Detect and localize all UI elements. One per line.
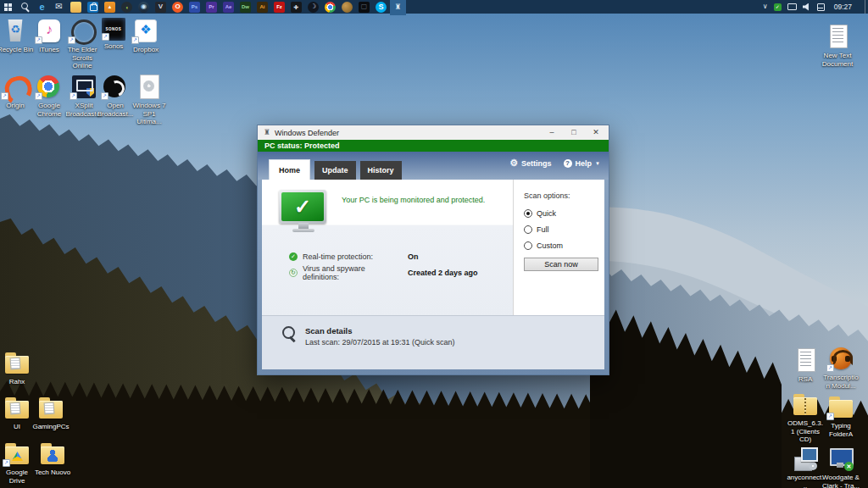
start-button[interactable]	[3, 2, 14, 13]
desktop-icon-label: Transcription Modul...	[822, 374, 860, 390]
obs-icon[interactable]: ✚	[291, 2, 302, 13]
steam-icon[interactable]: ◉	[138, 2, 149, 13]
desktop-icon-label: UI	[0, 423, 36, 431]
desktop-icon-transcription-modul[interactable]: ↗Transcription Modul...	[822, 346, 860, 390]
sonos-icon: SONOS↗	[102, 18, 125, 41]
google-chrome-icon: ↗	[35, 74, 64, 100]
premiere-icon[interactable]: Pr	[206, 2, 217, 13]
tab-home[interactable]: Home	[269, 159, 310, 180]
monitor-app-icon[interactable]: ▢	[359, 2, 370, 13]
scan-option-custom[interactable]: Custom	[524, 241, 596, 250]
radio-icon	[524, 225, 532, 234]
scan-options-title: Scan options:	[524, 191, 596, 200]
shortcut-arrow-icon: ↗	[102, 33, 109, 41]
defender-tray-icon[interactable]: ✓	[774, 3, 782, 11]
window-titlebar: ♜ Windows Defender – □ ✕	[258, 125, 609, 140]
maximize-button[interactable]: □	[563, 126, 585, 139]
desktop-icon-label: Tech Nuovo	[34, 469, 71, 477]
v-app-icon[interactable]: V	[155, 2, 166, 13]
dreamweaver-icon[interactable]: Dw	[240, 2, 251, 13]
desktop-icon-ui[interactable]: UI	[0, 395, 36, 431]
scan-option-quick[interactable]: Quick	[524, 209, 596, 218]
desktop-icon-open-broadcast[interactable]: ↗Open Broadcast...	[97, 74, 134, 118]
rsa-icon	[791, 347, 820, 374]
desktop-icon-tech-nuovo[interactable]: Tech Nuovo	[34, 441, 71, 477]
geforce-swirl-icon[interactable]: ◖	[121, 2, 132, 13]
desktop-icon-itunes[interactable]: ↗iTunes	[31, 18, 68, 54]
desktop-icon-label: Dropbox	[127, 46, 164, 54]
filezilla-icon[interactable]: Fz	[274, 2, 285, 13]
desktop-screen: e✉▲◖◉VOPsPrAeDwAiFz✚☽▢S♜ ∨ ✓ 09:27 Recyc…	[0, 0, 868, 488]
globe-app-icon[interactable]	[342, 2, 353, 13]
volume-tray-icon[interactable]	[803, 3, 811, 11]
system-tray: ∨ ✓ 09:27	[763, 0, 868, 14]
desktop-icon-google-drive[interactable]: ↗Google Drive	[0, 441, 36, 485]
new-text-document-icon	[823, 24, 852, 50]
desktop-icon-woodgate-clark-tra[interactable]: ✕Woodgate & Clark - Tra...	[822, 446, 860, 488]
desktop-icon-google-chrome[interactable]: ↗Google Chrome	[31, 74, 68, 118]
moon-app-icon[interactable]: ☽	[308, 2, 319, 13]
help-icon: ?	[564, 159, 572, 168]
desktop-icon-odms-6-3-1-clients-cd[interactable]: ODMS_6.3.1 (Clients CD)	[787, 391, 824, 444]
photos-icon[interactable]: ▲	[104, 2, 115, 13]
network-tray-icon[interactable]	[787, 3, 797, 10]
woodgate-clark-tra-icon: ✕	[826, 446, 855, 472]
desktop-icon-label: GamingPCs	[32, 423, 70, 431]
dropbox-icon: ↗	[131, 18, 160, 44]
desktop-icon-label: Google Chrome	[31, 102, 68, 118]
tab-update[interactable]: Update	[314, 161, 356, 180]
hidden-icons-chevron[interactable]: ∨	[763, 3, 768, 10]
desktop-icon-recycle-bin[interactable]: Recycle Bin	[0, 18, 34, 54]
desktop-icon-new-text-document[interactable]: New Text Document	[819, 24, 856, 68]
recycle-bin-icon	[1, 18, 30, 44]
desktop-icon-anyconnect[interactable]: anyconnect...	[787, 446, 824, 488]
definitions-update-icon: ↻	[289, 269, 298, 277]
desktop-icon-label: New Text Document	[819, 52, 856, 68]
file-explorer-icon[interactable]	[70, 2, 81, 13]
edge-icon[interactable]: e	[36, 2, 47, 13]
after-effects-icon[interactable]: Ae	[223, 2, 234, 13]
windows-defender-task-icon[interactable]: ♜	[392, 2, 403, 13]
windows-7-sp1-ultima-icon	[135, 74, 164, 100]
scan-option-full[interactable]: Full	[524, 225, 596, 234]
chrome-icon[interactable]	[325, 2, 336, 13]
desktop-icon-label: iTunes	[31, 46, 68, 54]
shortcut-arrow-icon: ↗	[35, 92, 42, 100]
google-drive-icon: ↗	[3, 441, 31, 467]
search-icon[interactable]	[19, 2, 31, 13]
desktop-icon-typing-foldera[interactable]: ↗Typing FolderA	[822, 394, 860, 438]
desktop-icon-label: Typing FolderA	[822, 422, 860, 438]
taskbar: e✉▲◖◉VOPsPrAeDwAiFz✚☽▢S♜ ∨ ✓ 09:27	[0, 0, 868, 14]
status-row-real-time-protection: ✓Real-time protection:On	[289, 252, 513, 261]
desktop-icon-origin[interactable]: ↗Origin	[0, 74, 34, 110]
skype-icon[interactable]: S	[376, 2, 387, 13]
illustrator-icon[interactable]: Ai	[257, 2, 268, 13]
gamingpcs-icon	[36, 395, 65, 421]
window-title: Windows Defender	[275, 129, 541, 137]
scan-now-button[interactable]: Scan now	[524, 258, 598, 271]
defender-app-icon: ♜	[264, 129, 270, 136]
tab-history[interactable]: History	[360, 161, 402, 180]
photoshop-icon[interactable]: Ps	[189, 2, 200, 13]
desktop-icon-gamingpcs[interactable]: GamingPCs	[32, 395, 70, 431]
origin-icon[interactable]: O	[172, 2, 183, 13]
help-button[interactable]: ? Help ▼	[564, 159, 600, 168]
store-icon[interactable]	[87, 2, 98, 13]
taskbar-clock[interactable]: 09:27	[834, 3, 852, 11]
status-label: Virus and spyware definitions:	[303, 264, 403, 281]
desktop-icon-rsa[interactable]: RSA	[787, 347, 824, 384]
protection-status-panel: ✓ Your PC is being monitored and protect…	[262, 180, 513, 315]
close-button[interactable]: ✕	[585, 126, 607, 139]
shortcut-arrow-icon: ↗	[826, 413, 834, 420]
mail-icon[interactable]: ✉	[53, 2, 64, 13]
gear-icon: ⚙	[509, 158, 518, 168]
desktop-icon-dropbox[interactable]: ↗Dropbox	[127, 18, 164, 54]
desktop-icon-windows-7-sp1-ultima[interactable]: Windows 7 SP1 Ultima...	[131, 74, 168, 126]
show-desktop-button[interactable]	[865, 0, 868, 14]
desktop-icon-rahx[interactable]: Rahx	[0, 350, 36, 386]
desktop-icon-label: Google Drive	[0, 469, 36, 485]
settings-button[interactable]: ⚙ Settings	[509, 158, 551, 168]
action-center-icon[interactable]	[817, 3, 825, 11]
rahx-icon	[3, 350, 31, 376]
minimize-button[interactable]: –	[541, 126, 563, 139]
